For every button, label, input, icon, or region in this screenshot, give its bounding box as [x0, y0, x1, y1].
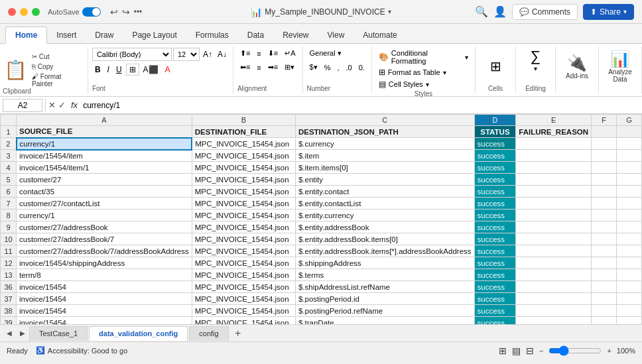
cell-e-39[interactable] — [516, 317, 592, 325]
cell-g-39[interactable] — [616, 317, 641, 325]
cell-g-4[interactable] — [616, 162, 641, 174]
autosave-toggle[interactable]: AutoSave — [48, 7, 101, 17]
cell-c-10[interactable]: $.entity.addressBook.items[0] — [295, 233, 474, 245]
cell-f-37[interactable] — [592, 293, 617, 305]
cell-d-6[interactable]: success — [474, 186, 516, 198]
cell-b-8[interactable]: MPC_INVOICE_15454.json — [192, 210, 295, 221]
cell-d-36[interactable]: success — [474, 281, 516, 293]
format-painter-button[interactable]: 🖌 Format Painter — [30, 72, 85, 88]
cell-e-4[interactable] — [516, 162, 592, 174]
percent-button[interactable]: % — [322, 62, 334, 73]
tab-automate[interactable]: Automate — [353, 27, 406, 43]
cell-g-5[interactable] — [616, 174, 641, 186]
cell-a-13[interactable]: term/8 — [17, 269, 192, 281]
add-sheet-button[interactable]: + — [230, 326, 246, 341]
row-header[interactable]: 12 — [1, 257, 17, 269]
sheet-nav-left[interactable]: ◀ — [3, 327, 16, 340]
cell-f-10[interactable] — [592, 233, 617, 245]
col-b-header[interactable]: B — [192, 115, 295, 126]
ft-dropdown[interactable]: ▾ — [443, 69, 446, 76]
cell-c-13[interactable]: $.terms — [295, 269, 474, 281]
cell-b-10[interactable]: MPC_INVOICE_15454.json — [192, 233, 295, 245]
view-page-break-icon[interactable]: ⊟ — [526, 345, 534, 356]
confirm-formula-button[interactable]: ✓ — [58, 100, 66, 110]
cell-e-5[interactable] — [516, 174, 592, 186]
cell-d-3[interactable]: success — [474, 150, 516, 162]
row-header[interactable]: 11 — [1, 245, 17, 257]
cell-b-4[interactable]: MPC_INVOICE_15454.json — [192, 162, 295, 174]
cell-g-7[interactable] — [616, 198, 641, 210]
cell-f-5[interactable] — [592, 174, 617, 186]
cell-a-1[interactable]: SOURCE_FILE — [17, 126, 192, 138]
cf-dropdown[interactable]: ▾ — [465, 54, 468, 61]
cell-c-1[interactable]: DESTINATION_JSON_PATH — [295, 126, 474, 138]
row-header[interactable]: 3 — [1, 150, 17, 162]
row-header[interactable]: 36 — [1, 281, 17, 293]
sheet-tab-config[interactable]: config — [189, 326, 228, 341]
addins-button[interactable]: 🔌 Add-ins — [561, 48, 593, 85]
cell-c-6[interactable]: $.entity.contact — [295, 186, 474, 198]
italic-button[interactable]: I — [105, 64, 112, 75]
cell-d-5[interactable]: success — [474, 174, 516, 186]
row-header[interactable]: 6 — [1, 186, 17, 198]
cell-d-1[interactable]: STATUS — [474, 126, 516, 138]
number-format-dropdown[interactable]: General ▾ — [307, 48, 344, 59]
col-g-header[interactable]: G — [616, 115, 641, 126]
cell-a-39[interactable]: invoice/15454 — [17, 317, 192, 325]
cell-a-37[interactable]: invoice/15454 — [17, 293, 192, 305]
tab-data[interactable]: Data — [238, 27, 273, 43]
font-family-select[interactable]: Calibri (Body) — [92, 48, 172, 61]
cell-b-38[interactable]: MPC_INVOICE_15454.json — [192, 305, 295, 317]
currency-button[interactable]: $▾ — [307, 62, 320, 73]
comma-button[interactable]: , — [334, 62, 342, 73]
cells-button[interactable]: ⊞ — [481, 48, 510, 85]
cell-g-8[interactable] — [616, 210, 641, 221]
cell-a-10[interactable]: customer/27/addressBook/7 — [17, 233, 192, 245]
cell-a-8[interactable]: currency/1 — [17, 210, 192, 221]
cell-a-7[interactable]: customer/27/contactList — [17, 198, 192, 210]
cell-a-2[interactable]: currency/1 — [17, 138, 192, 150]
cell-b-39[interactable]: MPC_INVOICE_15454.json — [192, 317, 295, 325]
cell-a-6[interactable]: contact/35 — [17, 186, 192, 198]
align-right-button[interactable]: ➡≡ — [265, 62, 281, 73]
more-icon[interactable]: ••• — [134, 7, 143, 17]
align-middle-button[interactable]: ≡ — [254, 48, 263, 59]
zoom-out-button[interactable]: − — [539, 347, 543, 355]
decimal-dec-button[interactable]: 0. — [356, 62, 367, 73]
cell-e-36[interactable] — [516, 281, 592, 293]
underline-button[interactable]: U — [113, 64, 125, 75]
bold-button[interactable]: B — [92, 64, 103, 75]
borders-button[interactable]: ⊞ — [126, 64, 139, 76]
merge-button[interactable]: ⊞▾ — [282, 62, 297, 73]
cell-d-12[interactable]: success — [474, 257, 516, 269]
cell-g-36[interactable] — [616, 281, 641, 293]
sheet-tab-testcase[interactable]: TestCase_1 — [29, 326, 88, 341]
row-header[interactable]: 4 — [1, 162, 17, 174]
decimal-inc-button[interactable]: .0 — [343, 62, 354, 73]
cell-f-9[interactable] — [592, 221, 617, 233]
tab-home[interactable]: Home — [5, 27, 47, 44]
cell-b-7[interactable]: MPC_INVOICE_15454.json — [192, 198, 295, 210]
row-header[interactable]: 37 — [1, 293, 17, 305]
align-top-button[interactable]: ⬆≡ — [237, 48, 253, 59]
col-a-header[interactable]: A — [17, 115, 192, 126]
share-button[interactable]: ⬆ Share ▾ — [583, 4, 634, 20]
cell-g-1[interactable] — [616, 126, 641, 138]
font-color-button[interactable]: A — [162, 64, 173, 75]
cell-g-38[interactable] — [616, 305, 641, 317]
col-e-header[interactable]: E — [516, 115, 592, 126]
tab-review[interactable]: Review — [273, 27, 318, 43]
align-bottom-button[interactable]: ⬇≡ — [265, 48, 281, 59]
cell-b-13[interactable]: MPC_INVOICE_15454.json — [192, 269, 295, 281]
cell-a-5[interactable]: customer/27 — [17, 174, 192, 186]
search-icon[interactable]: 🔍 — [475, 5, 488, 18]
formula-input[interactable] — [83, 101, 639, 110]
cell-b-1[interactable]: DESTINATION_FILE — [192, 126, 295, 138]
cell-g-2[interactable] — [616, 138, 641, 150]
analyze-button[interactable]: 📊 Analyze Data — [604, 48, 636, 85]
cell-f-1[interactable] — [592, 126, 617, 138]
cell-c-9[interactable]: $.entity.addressBook — [295, 221, 474, 233]
undo-icon[interactable]: ↩ — [110, 7, 118, 17]
cell-g-10[interactable] — [616, 233, 641, 245]
col-d-header[interactable]: D — [474, 115, 516, 126]
